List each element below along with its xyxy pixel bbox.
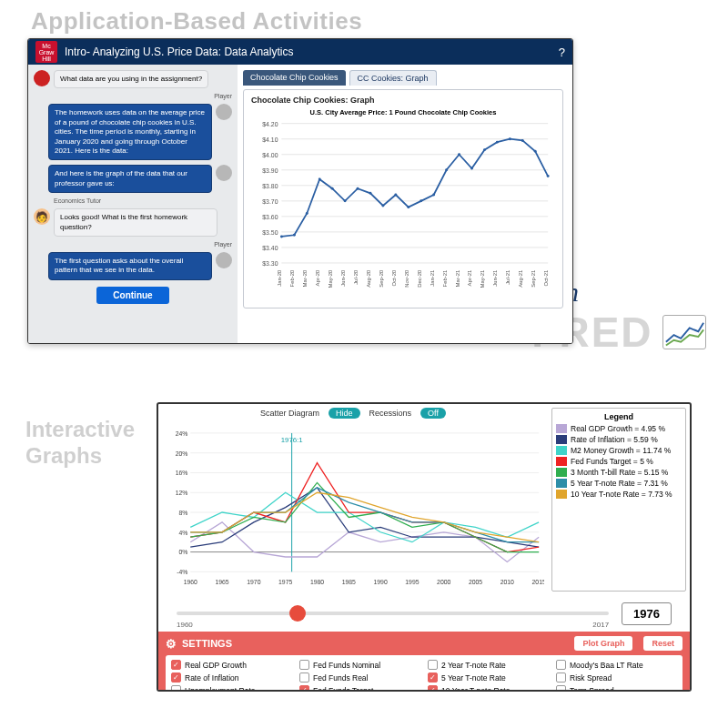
chart-card-title: Chocolate Chip Cookies: Graph [251, 96, 555, 105]
role-label: Economics Tutor [34, 197, 232, 204]
app-title: Intro- Analyzing U.S. Price Data: Data A… [65, 46, 293, 58]
svg-point-56 [458, 153, 460, 156]
svg-text:0%: 0% [178, 549, 187, 555]
svg-text:$3.70: $3.70 [262, 198, 278, 205]
recessions-label: Recessions [369, 409, 412, 418]
mini-chart-title: U.S. City Average Price: 1 Pound Chocola… [251, 108, 555, 116]
svg-text:20%: 20% [176, 450, 188, 457]
slider-min-label: 1960 [177, 621, 193, 629]
svg-text:Jan-20: Jan-20 [277, 269, 282, 287]
svg-point-61 [521, 139, 524, 142]
checkbox-fed-funds-nominal[interactable]: Fed Funds Nominal [299, 660, 420, 670]
svg-point-45 [318, 178, 321, 181]
legend-item: M2 Money Growth = 11.74 % [556, 446, 682, 455]
svg-point-54 [432, 194, 435, 197]
page-title: Application-Based Activities [31, 7, 362, 35]
svg-text:16%: 16% [176, 470, 188, 476]
svg-text:Oct-20: Oct-20 [391, 269, 397, 286]
svg-text:Jun-21: Jun-21 [492, 270, 498, 287]
checkbox-10-year-t-note-rate[interactable]: ✓10 Year T-note Rate [428, 685, 549, 692]
interactive-graphs-window: Scatter Diagram Hide Recessions Off 24%2… [157, 402, 692, 692]
checkbox-real-gdp-growth[interactable]: ✓Real GDP Growth [171, 660, 292, 670]
svg-point-46 [331, 187, 334, 190]
checkbox-fed-funds-target[interactable]: ✓Fed Funds Target [299, 685, 420, 692]
checkbox-term-spread[interactable]: Term Spread [556, 685, 677, 692]
avatar-tutor [34, 70, 50, 86]
svg-text:$4.20: $4.20 [262, 121, 278, 127]
cookies-line-chart: $4.20$4.10$4.00$3.90$3.80$3.70$3.60$3.50… [251, 118, 555, 300]
year-slider[interactable]: 1960 2017 [177, 612, 609, 615]
scatter-label: Scatter Diagram [260, 409, 319, 418]
svg-text:Mar-20: Mar-20 [302, 269, 308, 287]
legend-title: Legend [556, 412, 682, 421]
svg-point-47 [344, 199, 347, 202]
help-icon[interactable]: ? [559, 46, 565, 59]
svg-text:1985: 1985 [342, 579, 356, 585]
svg-text:Feb-20: Feb-20 [289, 269, 295, 287]
svg-point-58 [483, 148, 486, 151]
tab-cookies-data[interactable]: Chocolate Chip Cookies [243, 70, 346, 86]
svg-text:4%: 4% [178, 530, 187, 536]
svg-text:$3.60: $3.60 [262, 214, 278, 220]
settings-title: SETTINGS [182, 638, 232, 649]
svg-text:Oct-21: Oct-21 [543, 270, 549, 287]
svg-text:1980: 1980 [310, 579, 324, 585]
checkbox-5-year-t-note-rate[interactable]: ✓5 Year T-note Rate [428, 672, 549, 683]
mcgrawhill-logo: Mc Graw Hill [35, 41, 57, 63]
app-header: Mc Graw Hill Intro- Analyzing U.S. Price… [28, 39, 572, 65]
chart-legend: Legend Real GDP Growth = 4.95 %Rate of I… [551, 408, 686, 592]
chat-msg: The homework uses data on the average pr… [48, 104, 212, 160]
svg-text:Dec-20: Dec-20 [417, 269, 422, 288]
svg-text:Nov-20: Nov-20 [404, 269, 410, 288]
svg-point-50 [381, 204, 384, 207]
recessions-toggle[interactable]: Off [420, 408, 446, 419]
svg-point-55 [445, 168, 448, 171]
avatar-player [216, 104, 232, 120]
svg-point-43 [293, 234, 296, 237]
svg-text:-4%: -4% [177, 569, 187, 575]
plot-graph-button[interactable]: Plot Graph [574, 636, 632, 651]
legend-item: Rate of Inflation = 5.59 % [556, 435, 682, 444]
svg-point-57 [470, 167, 473, 170]
svg-text:Mar-21: Mar-21 [455, 270, 460, 288]
checkbox-fed-funds-real[interactable]: Fed Funds Real [299, 672, 420, 683]
svg-point-53 [420, 199, 422, 202]
checkbox-unemployment-rate[interactable]: Unemployment Rate [171, 685, 292, 692]
fred-chart-icon [662, 315, 706, 349]
svg-point-62 [534, 150, 537, 153]
checkbox-moody-s-baa-lt-rate[interactable]: Moody's Baa LT Rate [556, 660, 677, 670]
legend-item: Fed Funds Target = 5 % [556, 457, 682, 466]
svg-text:$3.50: $3.50 [262, 229, 278, 236]
svg-text:$3.80: $3.80 [262, 183, 278, 189]
legend-item: 5 Year T-note Rate = 7.31 % [556, 479, 682, 488]
svg-point-48 [357, 187, 359, 190]
svg-text:Jan-21: Jan-21 [430, 270, 435, 287]
svg-text:$3.90: $3.90 [262, 167, 278, 174]
svg-point-63 [547, 175, 550, 177]
gear-icon: ⚙ [166, 637, 177, 651]
tab-cookies-graph[interactable]: CC Cookies: Graph [349, 70, 437, 86]
checkbox-rate-of-inflation[interactable]: ✓Rate of Inflation [171, 672, 292, 683]
svg-text:Sep-20: Sep-20 [379, 269, 384, 288]
settings-panel: ⚙ SETTINGS Plot Graph Reset ✓Real GDP Gr… [158, 632, 690, 692]
svg-text:$4.00: $4.00 [262, 152, 278, 158]
svg-text:$3.30: $3.30 [262, 260, 278, 267]
continue-button[interactable]: Continue [96, 287, 168, 304]
avatar-player [216, 165, 232, 181]
aba-app-window: Mc Graw Hill Intro- Analyzing U.S. Price… [27, 38, 573, 344]
svg-text:May-21: May-21 [480, 270, 485, 288]
svg-text:Sep-21: Sep-21 [531, 270, 536, 288]
svg-text:1990: 1990 [373, 579, 387, 585]
svg-point-60 [509, 137, 511, 140]
slider-thumb[interactable] [289, 605, 306, 622]
svg-text:24%: 24% [176, 430, 188, 437]
scatter-toggle[interactable]: Hide [329, 408, 360, 419]
checkbox-2-year-t-note-rate[interactable]: 2 Year T-note Rate [428, 660, 549, 670]
reset-button[interactable]: Reset [643, 636, 682, 651]
svg-text:Apr-21: Apr-21 [468, 270, 473, 287]
year-slider-row: 1960 2017 1976 [158, 595, 690, 632]
chat-msg: Looks good! What is the first homework q… [54, 208, 217, 237]
legend-item: 10 Year T-note Rate = 7.73 % [556, 490, 682, 499]
checkbox-risk-spread[interactable]: Risk Spread [556, 672, 677, 683]
svg-text:Jun-20: Jun-20 [340, 269, 346, 287]
